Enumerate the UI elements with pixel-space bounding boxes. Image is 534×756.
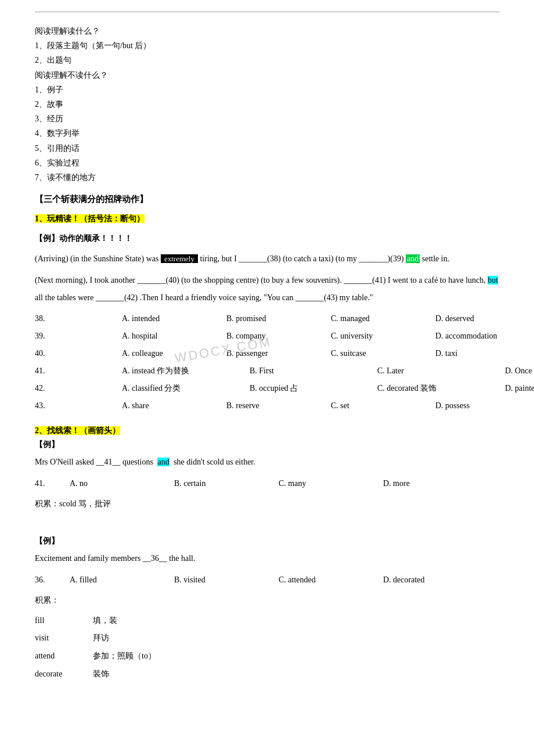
- no-read-item-1: 1、例子: [35, 82, 499, 97]
- and-highlight-1: and: [406, 254, 420, 263]
- vocab-row-3: decorate 装饰: [35, 665, 499, 683]
- action2-example-label: 【例】: [35, 440, 499, 450]
- passage-line1: (Arriving) (in the Sunshine State) was e…: [35, 250, 499, 267]
- intro-section: 阅读理解读什么？ 1、段落主题句（第一句/but 后） 2、出题句 阅读理解不读…: [35, 24, 499, 185]
- passage-line2: (Next morning), I took another _______(4…: [35, 272, 499, 306]
- no-read-item-5: 5、引用的话: [35, 141, 499, 156]
- action3-passage: Excitement and family members __36__ the…: [35, 550, 499, 567]
- no-read-item-2: 2、故事: [35, 97, 499, 111]
- top-divider: [35, 12, 499, 12]
- action2-passage: Mrs O'Neill asked __41__ questions and s…: [35, 453, 499, 470]
- action3-question-36: 36. A. filled B. visited C. attended D. …: [35, 572, 499, 588]
- question-43: 43. A. share B. reserve C. set D. posses…: [35, 398, 499, 414]
- read-item-2: 2、出题句: [35, 53, 499, 67]
- question-41: 41. A. instead 作为替换 B. First C. Later D.…: [35, 363, 499, 379]
- and-highlight-2: and: [157, 458, 169, 466]
- vocab-table: fill 填，装 visit 拜访 attend 参加；照顾（to） decor…: [35, 612, 499, 683]
- read-item-1: 1、段落主题句（第一句/but 后）: [35, 38, 499, 53]
- action1-example-label: 【例】动作的顺承！！！！: [35, 231, 499, 247]
- action2-question-41: 41. A. no B. certain C. many D. more: [35, 476, 499, 492]
- vocab-row-0: fill 填，装: [35, 612, 499, 630]
- black-box-word: extremely: [161, 254, 198, 263]
- action3-block: 【例】 Excitement and family members __36__…: [35, 536, 499, 683]
- but-highlight-1: but: [488, 276, 498, 285]
- question-42: 42. A. classified 分类 B. occupied 占 C. de…: [35, 380, 499, 397]
- action3-accumulate-label: 积累：: [35, 592, 499, 610]
- read-title-1: 阅读理解读什么？: [35, 24, 499, 38]
- action1-title: 1、玩精读！（括号法：断句）: [35, 211, 499, 227]
- vocab-row-1: visit 拜访: [35, 629, 499, 647]
- action2-accumulate: 积累：scold 骂，批评: [35, 495, 499, 513]
- no-read-item-4: 4、数字列举: [35, 126, 499, 141]
- action1-block: 1、玩精读！（括号法：断句） 【例】动作的顺承！！！！ (Arriving) (…: [35, 211, 499, 414]
- action2-block: 2、找线索！（画箭头） 【例】 Mrs O'Neill asked __41__…: [35, 426, 499, 513]
- question-39: 39. A. hospital B. company C. university…: [35, 328, 499, 344]
- action3-example-label: 【例】: [35, 536, 499, 546]
- no-read-title: 阅读理解不读什么？: [35, 68, 499, 82]
- question-40: 40. A. colleague B. passenger C. suitcas…: [35, 345, 499, 362]
- vocab-row-2: attend 参加；照顾（to）: [35, 647, 499, 665]
- section-main-title: 【三个斩获满分的招牌动作】: [35, 194, 499, 205]
- no-read-item-7: 7、读不懂的地方: [35, 170, 499, 185]
- no-read-item-3: 3、经历: [35, 111, 499, 126]
- action2-title: 2、找线索！（画箭头）: [35, 426, 499, 436]
- no-read-item-6: 6、实验过程: [35, 156, 499, 170]
- question-38: 38. A. intended B. promised C. managed D…: [35, 311, 499, 327]
